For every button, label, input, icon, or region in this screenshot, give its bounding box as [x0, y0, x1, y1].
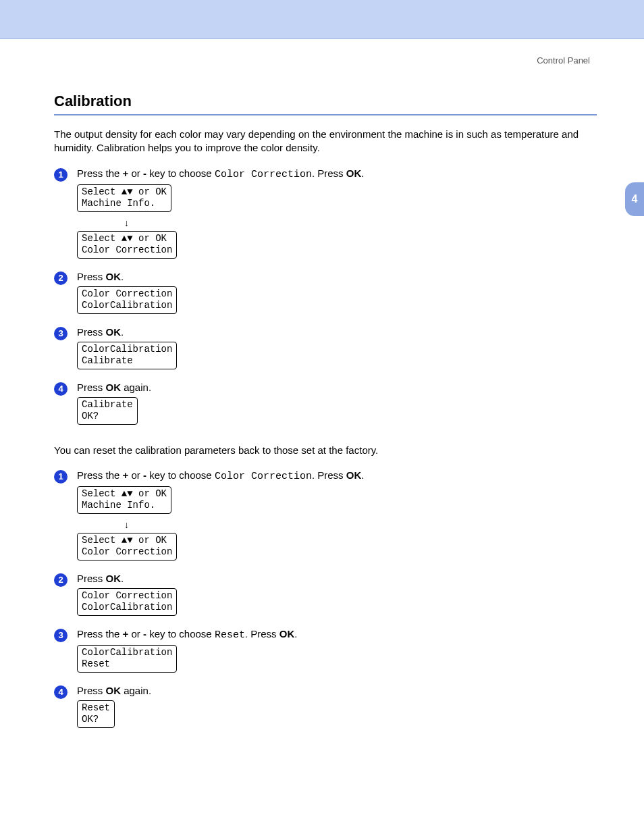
step-text: Press the + or - key to choose Reset. Pr… — [77, 628, 597, 641]
step-text: Press OK again. — [77, 685, 597, 696]
page-content: Control Panel Calibration The output den… — [0, 39, 644, 834]
step-b1: 1 Press the + or - key to choose Color C… — [54, 469, 597, 570]
section-title: Calibration — [54, 93, 597, 110]
step-text: Press OK. — [77, 271, 597, 282]
step-number-icon: 2 — [54, 271, 68, 285]
lcd-display: Select ▲▼ or OK Machine Info. — [77, 184, 171, 212]
step-text: Press OK. — [77, 573, 597, 584]
step-text: Press OK. — [77, 326, 597, 338]
step-text: Press the + or - key to choose Color Cor… — [77, 167, 597, 180]
step-number-icon: 3 — [54, 629, 68, 642]
step-number-icon: 3 — [54, 327, 68, 340]
lcd-display: Select ▲▼ or OK Machine Info. — [77, 486, 171, 514]
lcd-display: Select ▲▼ or OK Color Correction — [77, 231, 177, 259]
step-a2: 2 Press OK. Color Correction ColorCalibr… — [54, 271, 597, 323]
intro-paragraph: The output density for each color may va… — [54, 128, 597, 155]
step-number-icon: 4 — [54, 685, 68, 699]
reset-paragraph: You can reset the calibration parameters… — [54, 444, 597, 457]
step-a1: 1 Press the + or - key to choose Color C… — [54, 167, 597, 268]
lcd-display: Color Correction ColorCalibration — [77, 286, 177, 314]
section-rule — [54, 114, 597, 115]
step-number-icon: 2 — [54, 573, 68, 587]
lcd-display: ColorCalibration Calibrate — [77, 342, 177, 369]
lcd-display: Color Correction ColorCalibration — [77, 588, 177, 616]
step-a4: 4 Press OK again. Calibrate OK? — [54, 382, 597, 434]
step-number-icon: 1 — [54, 470, 68, 484]
step-b4: 4 Press OK again. Reset OK? — [54, 685, 597, 737]
lcd-display: Select ▲▼ or OK Color Correction — [77, 533, 177, 561]
top-banner — [0, 0, 644, 39]
step-b3: 3 Press the + or - key to choose Reset. … — [54, 628, 597, 682]
lcd-display: Calibrate OK? — [77, 397, 138, 425]
down-arrow-icon: ↓ — [124, 519, 597, 530]
breadcrumb: Control Panel — [54, 55, 590, 66]
step-text: Press the + or - key to choose Color Cor… — [77, 469, 597, 482]
step-number-icon: 1 — [54, 168, 68, 182]
step-number-icon: 4 — [54, 382, 68, 396]
lcd-display: Reset OK? — [77, 700, 115, 728]
step-text: Press OK again. — [77, 382, 597, 393]
down-arrow-icon: ↓ — [124, 217, 597, 228]
lcd-display: ColorCalibration Reset — [77, 645, 177, 673]
step-b2: 2 Press OK. Color Correction ColorCalibr… — [54, 573, 597, 625]
step-a3: 3 Press OK. ColorCalibration Calibrate — [54, 326, 597, 379]
